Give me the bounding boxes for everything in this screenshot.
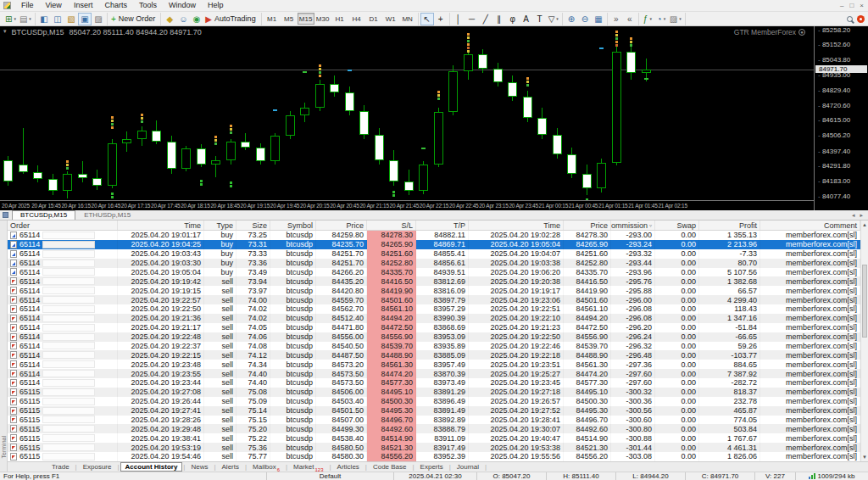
column-header-tp[interactable]: T/P (416, 220, 469, 230)
column-header-price[interactable]: Price (316, 220, 367, 230)
column-header-profit[interactable]: Profit (699, 220, 760, 230)
restore-button[interactable]: □ (849, 2, 854, 9)
tab-experts[interactable]: Experts (415, 462, 448, 472)
zoom-out-button[interactable]: ⊖ (578, 13, 592, 25)
new-chart-button[interactable]: ⊞▾ (3, 13, 18, 25)
chart-tab-btcusdp[interactable]: BTCUSDp,M15 (12, 210, 75, 220)
menu-charts[interactable]: Charts (98, 0, 133, 11)
history-row[interactable]: 651142025.04.20 19:04:25buy73.31btcusdp8… (8, 240, 860, 249)
menu-view[interactable]: View (40, 0, 68, 11)
timeframe-m15-button[interactable]: M15 (298, 13, 314, 25)
history-row[interactable]: 651142025.04.20 19:21:36sell74.02btcusdp… (8, 314, 860, 323)
history-row[interactable]: 651142025.04.20 19:22:37sell74.08btcusdp… (8, 342, 860, 351)
text-button[interactable]: A (520, 13, 533, 25)
market-watch-button[interactable]: ◧ (37, 13, 51, 25)
timeframe-m30-button[interactable]: M30 (314, 13, 331, 25)
history-row[interactable]: 651142025.04.20 19:19:42sell73.94btcusdp… (8, 276, 860, 286)
history-row[interactable]: 651142025.04.20 19:22:48sell74.06btcusdp… (8, 332, 860, 342)
column-header-time[interactable]: Time (469, 220, 564, 230)
indicators-button[interactable]: ƒ▾ (641, 13, 654, 25)
notification-icon[interactable] (857, 15, 865, 23)
history-row[interactable]: 651152025.04.20 19:26:44sell75.09btcusdp… (8, 397, 860, 406)
history-row[interactable]: 651142025.04.20 19:23:55sell74.40btcusdp… (8, 369, 860, 378)
timeframe-d1-button[interactable]: D1 (365, 13, 382, 25)
crosshair-button[interactable]: + (434, 13, 448, 25)
column-header-size[interactable]: Size (236, 220, 270, 230)
tab-articles[interactable]: Articles (332, 462, 364, 472)
tab-news[interactable]: News (186, 462, 213, 472)
chart-window[interactable]: ▾ BTCUSDp,M15 85047.20 85111.40 84944.20… (0, 26, 868, 210)
timeframe-w1-button[interactable]: W1 (382, 13, 399, 25)
tab-exposure[interactable]: Exposure (78, 462, 117, 472)
history-row[interactable]: 651142025.04.20 19:22:57sell74.00btcusdp… (8, 295, 860, 304)
chart-shift-button[interactable]: « (623, 13, 637, 25)
navigator-button[interactable]: ▧ (64, 13, 78, 25)
column-header-symbol[interactable]: Symbol (270, 220, 316, 230)
time-axis[interactable]: 20 Apr 202520 Apr 15:4520 Apr 16:1520 Ap… (0, 200, 814, 210)
history-row[interactable]: 651152025.04.20 19:27:08sell75.08btcusdp… (8, 388, 860, 397)
history-row[interactable]: 651142025.04.20 19:05:04buy73.49btcusdp8… (8, 268, 860, 277)
channel-button[interactable]: ∥ (492, 13, 506, 25)
history-row[interactable]: 651142025.04.20 19:22:15sell74.12btcusdp… (8, 350, 860, 360)
timeframe-m1-button[interactable]: M1 (264, 13, 281, 25)
column-header-price[interactable]: Price (564, 220, 611, 230)
search-icon[interactable] (847, 16, 853, 22)
data-window-button[interactable]: ◫ (51, 13, 64, 25)
menu-tools[interactable]: Tools (133, 0, 163, 11)
history-row[interactable]: 651152025.04.20 19:29:48sell75.20btcusdp… (8, 424, 860, 433)
cursor-button[interactable]: ↖ (420, 13, 434, 25)
vertical-scrollbar[interactable]: ▲ ▼ (860, 220, 868, 461)
label-button[interactable]: T (533, 13, 547, 25)
history-row[interactable]: 651152025.04.20 19:53:19sell75.36btcusdp… (8, 443, 860, 452)
auto-scroll-button[interactable]: » (609, 13, 623, 25)
menu-help[interactable]: Help (202, 0, 230, 11)
tab-journal[interactable]: Journal (452, 462, 484, 472)
tab-next-arrow-icon[interactable]: ▸ (860, 212, 863, 219)
tile-windows-button[interactable]: ▦ (592, 13, 605, 25)
history-row[interactable]: 651142025.04.20 19:23:44sell74.40btcusdp… (8, 378, 860, 388)
arrows-button[interactable]: ▽▾ (547, 13, 560, 25)
templates-button[interactable]: ▨▾ (668, 13, 683, 25)
fibonacci-button[interactable]: φ (506, 13, 520, 25)
column-header-comment[interactable]: Comment (760, 220, 860, 230)
chart-tab-ethusdp[interactable]: ETHUSDp,M15 (75, 210, 139, 220)
scrollbar-thumb[interactable] (862, 265, 867, 338)
terminal-side-strip[interactable]: Terminal (0, 220, 8, 472)
close-button[interactable]: × (860, 2, 864, 9)
column-header-order[interactable]: Order (8, 220, 118, 230)
tab-code-base[interactable]: Code Base (368, 462, 412, 472)
autotrading-button[interactable]: ▶AutoTrading (203, 13, 259, 25)
history-row[interactable]: 651152025.04.20 19:28:26sell75.15btcusdp… (8, 416, 860, 425)
timeframe-h4-button[interactable]: H4 (348, 13, 365, 25)
tab-market[interactable]: Market123 (288, 462, 328, 472)
price-axis[interactable]: 84971.70 85258.2085152.6085043.8084935.0… (814, 26, 868, 210)
timeframe-h1-button[interactable]: H1 (331, 13, 348, 25)
history-row[interactable]: 651152025.04.20 19:38:41sell75.22btcusdp… (8, 433, 860, 443)
history-row[interactable]: 651142025.04.20 19:23:48sell74.34btcusdp… (8, 360, 860, 369)
history-row[interactable]: 651152025.04.20 19:27:41sell75.14btcusdp… (8, 406, 860, 416)
tab-prev-arrow-icon[interactable]: ◂ (852, 212, 855, 219)
tab-account-history[interactable]: Account History (120, 462, 183, 472)
terminal-button[interactable]: ▣ (78, 13, 92, 25)
chart-plot[interactable]: ▾ BTCUSDp,M15 85047.20 85111.40 84944.20… (0, 26, 814, 200)
history-row[interactable]: 651142025.04.20 19:21:17sell74.05btcusdp… (8, 323, 860, 332)
tab-alerts[interactable]: Alerts (217, 462, 244, 472)
menu-insert[interactable]: Insert (68, 0, 99, 11)
new-order-button[interactable]: +New Order (109, 13, 159, 25)
webterminal-button[interactable]: ◉ (190, 13, 203, 25)
history-row[interactable]: 651142025.04.20 19:22:50sell74.02btcusdp… (8, 304, 860, 314)
history-row[interactable]: 651142025.04.20 19:19:15sell73.97btcusdp… (8, 286, 860, 295)
history-row[interactable]: 651152025.04.20 19:54:46sell75.77btcusdp… (8, 452, 860, 461)
tab-mailbox[interactable]: Mailbox6 (248, 462, 285, 472)
history-row[interactable]: 651142025.04.20 19:03:30buy73.36btcusdp8… (8, 259, 860, 268)
scroll-up-arrow-icon[interactable]: ▲ (861, 221, 868, 228)
column-header-time[interactable]: Time (118, 220, 204, 230)
strategy-tester-button[interactable]: ▨ (92, 13, 105, 25)
column-header-type[interactable]: Type (204, 220, 236, 230)
horizontal-line-button[interactable]: ─ (465, 13, 479, 25)
timeframe-mn-button[interactable]: MN (399, 13, 416, 25)
scroll-down-arrow-icon[interactable]: ▼ (861, 454, 868, 460)
profiles-button[interactable]: ▤▾ (18, 13, 33, 25)
menu-file[interactable]: File (15, 0, 40, 11)
menu-window[interactable]: Window (163, 0, 202, 11)
